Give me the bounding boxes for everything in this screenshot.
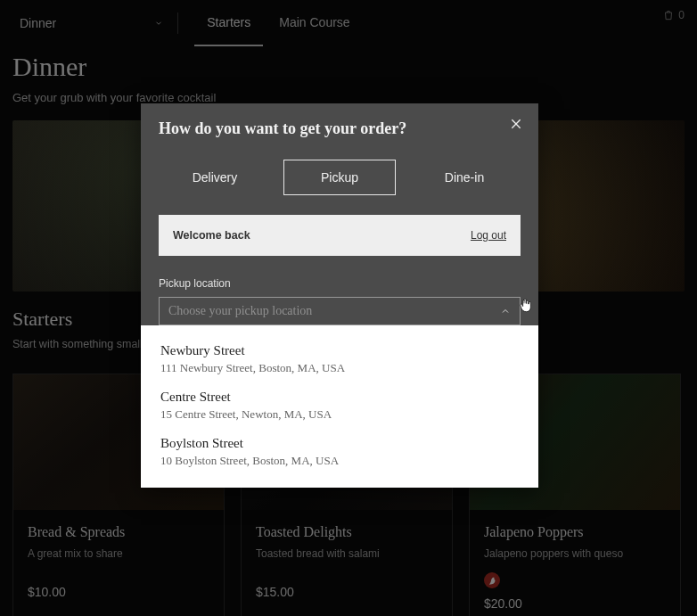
close-icon <box>509 117 523 131</box>
method-dinein[interactable]: Dine-in <box>408 160 521 195</box>
cursor-icon <box>519 297 533 315</box>
pickup-placeholder: Choose your pickup location <box>168 304 312 318</box>
modal-title: How do you want to get your order? <box>159 119 521 138</box>
method-delivery[interactable]: Delivery <box>159 160 271 195</box>
pickup-location-select[interactable]: Choose your pickup location <box>159 297 521 325</box>
logout-link[interactable]: Log out <box>471 229 506 242</box>
location-address: 15 Centre Street, Newton, MA, USA <box>160 407 519 422</box>
order-method-modal: How do you want to get your order? Deliv… <box>141 103 538 488</box>
location-address: 111 Newbury Street, Boston, MA, USA <box>160 361 519 375</box>
welcome-text: Welcome back <box>173 229 250 242</box>
location-name: Centre Street <box>160 390 519 405</box>
location-address: 10 Boylston Street, Boston, MA, USA <box>160 454 519 468</box>
welcome-box: Welcome back Log out <box>159 215 521 256</box>
location-name: Boylston Street <box>160 436 519 451</box>
pickup-location-dropdown: Newbury Street 111 Newbury Street, Bosto… <box>141 325 538 488</box>
close-button[interactable] <box>506 114 526 134</box>
method-row: Delivery Pickup Dine-in <box>159 160 521 195</box>
location-option-boylston[interactable]: Boylston Street 10 Boylston Street, Bost… <box>141 429 538 475</box>
method-pickup[interactable]: Pickup <box>283 160 396 195</box>
location-option-newbury[interactable]: Newbury Street 111 Newbury Street, Bosto… <box>141 336 538 382</box>
location-option-centre[interactable]: Centre Street 15 Centre Street, Newton, … <box>141 382 538 429</box>
pickup-location-label: Pickup location <box>159 277 521 290</box>
location-name: Newbury Street <box>160 343 519 358</box>
chevron-up-icon <box>500 306 511 316</box>
